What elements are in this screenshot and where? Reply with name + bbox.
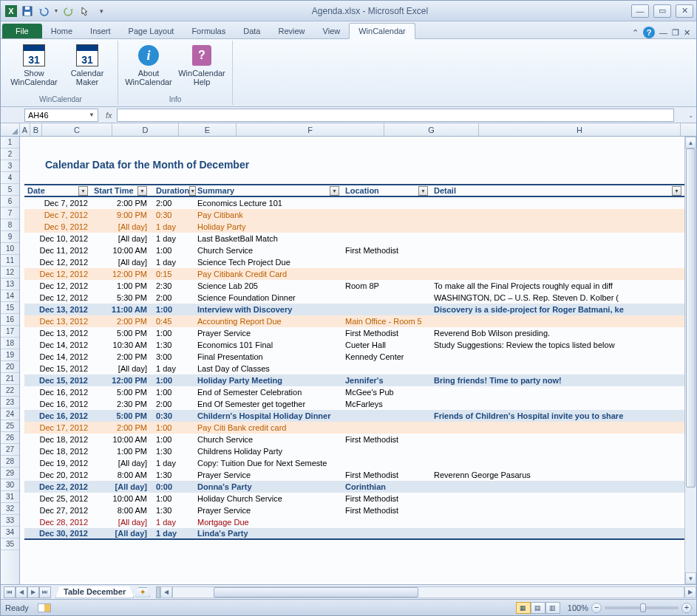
table-row[interactable]: Dec 13, 20122:00 PM0:45Accounting Report… — [24, 315, 684, 327]
cell[interactable]: Main Office - Room 5 — [342, 317, 431, 326]
row-header-28[interactable]: 28 — [1, 456, 19, 468]
row-header-17[interactable]: 17 — [1, 326, 19, 338]
column-header-F[interactable]: F — [237, 123, 384, 136]
cell[interactable]: Reverend Bob Wilson presiding. — [431, 329, 684, 338]
cell[interactable]: Last BasketBall Match — [194, 234, 342, 243]
cell[interactable]: First Methodist — [342, 506, 431, 515]
column-header-D[interactable]: D — [112, 123, 179, 136]
cell[interactable]: Copy: Tuition Due for Next Semeste — [194, 459, 342, 468]
row-header-26[interactable]: 26 — [1, 432, 19, 444]
cell[interactable]: 2:00 PM — [91, 352, 150, 361]
tab-next-icon[interactable]: ▶ — [27, 586, 39, 598]
table-row[interactable]: Dec 12, 201212:00 PM0:15Pay Citibank Cre… — [24, 268, 684, 280]
table-row[interactable]: Dec 15, 2012[All day]1 dayLast Day of Cl… — [24, 363, 684, 374]
scroll-thumb[interactable] — [686, 148, 696, 487]
cell[interactable]: 1:00 PM — [91, 447, 150, 456]
cell[interactable]: Dec 12, 2012 — [24, 281, 91, 290]
maximize-button[interactable]: ▭ — [653, 4, 671, 18]
cell[interactable]: Interview with Discovery — [194, 305, 342, 314]
cell[interactable]: 8:00 AM — [91, 470, 150, 479]
row-header-8[interactable]: 8 — [1, 219, 19, 231]
filter-dropdown-icon[interactable]: ▼ — [137, 186, 147, 196]
cell[interactable]: Prayer Service — [194, 506, 342, 515]
select-all-corner[interactable] — [1, 123, 20, 136]
column-header-B[interactable]: B — [30, 123, 42, 136]
cell[interactable]: Pay Citibank — [194, 211, 342, 219]
cell[interactable]: Childern's Hospital Holiday Dinner — [194, 411, 342, 420]
cell[interactable]: Dec 15, 2012 — [24, 376, 91, 385]
cell[interactable]: 1 day — [150, 222, 194, 231]
scroll-up-icon[interactable]: ▲ — [685, 137, 696, 148]
cell[interactable]: [All day] — [91, 459, 150, 468]
scroll-left-icon[interactable]: ◀ — [160, 586, 172, 598]
cell[interactable]: 12:00 PM — [91, 376, 150, 385]
cell[interactable]: Economics Lecture 101 — [194, 199, 342, 208]
column-header-G[interactable]: G — [384, 123, 479, 136]
cell[interactable]: 10:00 AM — [91, 246, 150, 255]
table-row[interactable]: Dec 18, 20121:00 PM1:30Childrens Holiday… — [24, 445, 684, 457]
cell[interactable]: Final Presentation — [194, 352, 342, 361]
cell[interactable]: Kennedy Center — [342, 352, 431, 361]
cell[interactable]: Dec 13, 2012 — [24, 317, 91, 326]
cell[interactable]: [All day] — [91, 364, 150, 373]
cell[interactable]: [All day] — [91, 518, 150, 527]
cell[interactable]: [All day] — [91, 222, 150, 231]
cell[interactable]: 3:00 — [150, 352, 194, 361]
table-row[interactable]: Dec 25, 201210:00 AM1:00Holiday Church S… — [24, 493, 684, 504]
table-row[interactable]: Dec 27, 20128:00 AM1:30Prayer ServiceFir… — [24, 504, 684, 516]
table-row[interactable]: Dec 13, 201211:00 AM1:00Interview with D… — [24, 304, 684, 315]
formula-input[interactable] — [117, 109, 674, 122]
tab-insert[interactable]: Insert — [81, 24, 120, 38]
row-header-3[interactable]: 3 — [1, 160, 19, 172]
table-row[interactable]: Dec 19, 2012[All day]1 dayCopy: Tuition … — [24, 457, 684, 469]
cell[interactable]: Dec 18, 2012 — [24, 447, 91, 456]
table-row[interactable]: Dec 7, 20122:00 PM2:00Economics Lecture … — [24, 197, 684, 209]
cell[interactable]: 2:30 PM — [91, 400, 150, 408]
cell[interactable]: 1 day — [150, 518, 194, 527]
cell[interactable]: Mortgage Due — [194, 518, 342, 527]
cell[interactable]: 1:30 — [150, 506, 194, 515]
scroll-track[interactable] — [685, 148, 696, 572]
row-header-16[interactable]: 16 — [1, 314, 19, 326]
cell[interactable]: [All day] — [91, 482, 150, 491]
cell[interactable]: Science Tech Project Due — [194, 258, 342, 267]
cell[interactable]: Dec 10, 2012 — [24, 234, 91, 243]
cell[interactable]: 1:30 — [150, 470, 194, 479]
cell[interactable]: 1 day — [150, 529, 194, 538]
cell[interactable]: 5:30 PM — [91, 293, 150, 302]
scroll-track[interactable] — [172, 586, 684, 598]
cell[interactable]: 1:00 — [150, 329, 194, 338]
page-layout-view-button[interactable]: ▤ — [531, 602, 545, 614]
cell[interactable]: McFarleys — [342, 400, 431, 408]
cell[interactable]: 0:15 — [150, 270, 194, 278]
table-row[interactable]: Dec 15, 201212:00 PM1:00Holiday Party Me… — [24, 374, 684, 386]
cell[interactable]: Dec 16, 2012 — [24, 400, 91, 408]
doc-minimize-icon[interactable]: ― — [659, 28, 667, 37]
cell[interactable]: 1:00 — [150, 494, 194, 503]
cell[interactable]: Dec 13, 2012 — [24, 329, 91, 338]
worksheet[interactable]: Calendar Data for the Month of December … — [20, 137, 684, 584]
cell[interactable]: Study Suggestions: Review the topics lis… — [431, 340, 684, 349]
cell[interactable]: Dec 7, 2012 — [24, 199, 91, 208]
row-header-4[interactable]: 4 — [1, 172, 19, 184]
excel-icon[interactable]: X — [4, 4, 18, 18]
table-row[interactable]: Dec 16, 20122:30 PM2:00End Of Semester g… — [24, 398, 684, 410]
cell[interactable]: McGee's Pub — [342, 388, 431, 397]
cell[interactable]: 1:30 — [150, 447, 194, 456]
cell[interactable]: 0:30 — [150, 211, 194, 219]
cell[interactable]: Dec 18, 2012 — [24, 435, 91, 444]
cell[interactable]: Corinthian — [342, 482, 431, 491]
cell[interactable]: Linda's Party — [194, 529, 342, 538]
cell[interactable]: Reverenn George Pasarus — [431, 470, 684, 479]
pointer-icon[interactable] — [78, 4, 92, 18]
cell[interactable]: 2:00 PM — [91, 423, 150, 432]
cell[interactable]: Donna's Party — [194, 482, 342, 491]
cell[interactable]: Prayer Service — [194, 329, 342, 338]
row-header-9[interactable]: 9 — [1, 231, 19, 243]
table-row[interactable]: Dec 30, 2012[All day]1 dayLinda's Party — [24, 528, 684, 540]
tab-last-icon[interactable]: ⏭ — [39, 586, 51, 598]
cell[interactable]: Accounting Report Due — [194, 317, 342, 326]
ribbon-min-icon[interactable]: ⌃ — [632, 28, 639, 38]
col-start-time[interactable]: Start Time▼ — [91, 186, 150, 196]
close-button[interactable]: ✕ — [676, 4, 693, 18]
